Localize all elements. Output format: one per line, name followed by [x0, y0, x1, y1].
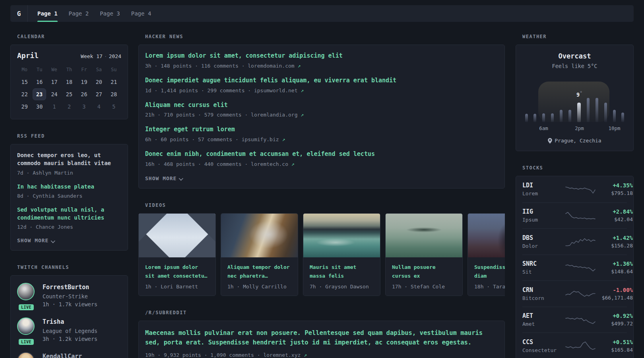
weather-bar — [621, 113, 624, 122]
video-card[interactable]: Nullam posuere cursus ex 17h · Stefan Co… — [385, 213, 463, 296]
rss-item-link[interactable]: Sed volutpat nulla nisl, a condimentum n… — [17, 206, 120, 222]
hn-show-more-button[interactable]: SHOW MORE — [145, 175, 183, 181]
video-thumbnail — [468, 214, 505, 257]
tab-label: Page 2 — [69, 10, 89, 17]
video-card[interactable]: Aliquam tempor dolor nec pharetra… 1h · … — [221, 213, 298, 296]
rss-item-link[interactable]: In hac habitasse platea — [17, 183, 120, 191]
tab-page-4[interactable]: Page 4 — [126, 5, 157, 22]
left-column: CALENDAR April Week 17·2024 Mo Tu We Th … — [10, 22, 128, 358]
video-title-link[interactable]: Lorem ipsum dolor sit amet consectetu… — [139, 257, 215, 280]
channel-game: Counter-Strike — [43, 293, 97, 300]
stock-change-pct: +1.36% — [596, 261, 633, 267]
subreddit-widget-title: /R/SUBREDDIT — [145, 310, 505, 315]
channel-viewers: 1h · 1.7k viewers — [43, 301, 97, 307]
weekday-label: Th — [62, 65, 76, 74]
rss-card: Donec tempor eros leo, ut commodo mauris… — [10, 144, 128, 251]
weather-bar — [560, 110, 563, 122]
stock-row[interactable]: SNRCSit +1.36%$148.64 — [522, 255, 627, 281]
rss-item-link[interactable]: Donec tempor eros leo, ut commodo mauris… — [17, 151, 120, 167]
hn-item-link[interactable]: Aliquam nec cursus elit — [145, 101, 498, 110]
reddit-post-meta: 19h · 9,932 points · 1,090 comments · lo… — [145, 352, 498, 358]
weather-bar — [542, 113, 545, 122]
stock-row[interactable]: DBSDolor +1.42%$156.28 — [522, 228, 627, 255]
stock-ticker: DBS — [522, 234, 564, 241]
stocks-widget: STOCKS LDILorem +4.35%$795.18 IIGIpsum +… — [516, 165, 634, 358]
hn-item-meta: 6h · 60 points · 57 comments · ipsumify.… — [145, 136, 498, 142]
hn-item-meta: 1d · 1,414 points · 299 comments · ipsum… — [145, 88, 498, 93]
video-title-link[interactable]: Mauris sit amet massa felis — [303, 257, 380, 280]
twitch-channel[interactable]: LIVE Trisha League of Legends 3h · 1.2k … — [17, 317, 121, 342]
tab-page-3[interactable]: Page 3 — [94, 5, 126, 22]
video-title-link[interactable]: Suspendisse diam — [468, 257, 505, 280]
stock-row[interactable]: LDILorem +4.35%$795.18 — [522, 176, 627, 202]
twitch-channel[interactable]: KendallCarr — [17, 352, 121, 358]
weather-hourly-chart: 9° — [525, 86, 625, 122]
weekday-label: Fr — [77, 65, 91, 74]
calendar-day-selected: 23 — [32, 88, 47, 100]
tab-label: Page 1 — [37, 10, 58, 17]
video-card[interactable]: Suspendisse diam 18h · Tara — [467, 213, 505, 296]
hn-item-link[interactable]: Donec imperdiet augue tincidunt felis al… — [145, 76, 498, 85]
rss-show-more-button[interactable]: SHOW MORE — [17, 237, 55, 243]
stock-change-pct: +0.51% — [596, 339, 633, 345]
stock-name: Consectetur — [522, 347, 564, 353]
calendar-week-year: Week 17·2024 — [81, 53, 121, 59]
video-thumbnail — [221, 214, 298, 257]
hn-item-link[interactable]: Donec enim nibh, condimentum et accumsan… — [145, 150, 498, 159]
weekday-label: Tu — [32, 65, 47, 74]
hn-item-link[interactable]: Lorem ipsum dolor sit amet, consectetur … — [145, 52, 498, 60]
calendar-day: 25 — [62, 88, 76, 100]
weather-bar — [577, 103, 581, 122]
rss-widget-title: RSS FEED — [17, 133, 128, 139]
stock-name: Sit — [522, 269, 564, 275]
rss-item: Sed volutpat nulla nisl, a condimentum n… — [17, 206, 121, 230]
video-card[interactable]: Lorem ipsum dolor sit amet consectetu… 1… — [138, 213, 216, 296]
tab-page-1[interactable]: Page 1 — [32, 5, 63, 22]
right-column: WEATHER Overcast Feels like 5°C 9° 6am 2… — [516, 22, 634, 358]
weather-bars — [525, 86, 625, 122]
hn-item-link[interactable]: Integer eget rutrum lorem — [145, 125, 498, 134]
subreddit-widget: /R/SUBREDDIT Maecenas mollis pulvinar er… — [138, 310, 505, 358]
video-meta: 1h · Lori Barnett — [139, 280, 215, 296]
stock-ticker: LDI — [522, 182, 564, 189]
weather-location: Prague, Czechia — [522, 138, 627, 144]
video-card[interactable]: Mauris sit amet massa felis 7h · Grayson… — [303, 213, 380, 296]
calendar-day: 28 — [107, 88, 121, 100]
videos-widget: VIDEOS Lorem ipsum dolor sit amet consec… — [138, 202, 505, 296]
external-link-icon: ↗ — [298, 63, 301, 69]
weekday-label: Sa — [91, 65, 106, 74]
reddit-post-link[interactable]: Maecenas mollis pulvinar erat non posuer… — [145, 328, 498, 347]
stock-change-pct: -1.00% — [596, 287, 633, 293]
tab-page-2[interactable]: Page 2 — [63, 5, 95, 22]
active-tab-underline — [37, 21, 58, 22]
stock-change-pct: +1.42% — [596, 235, 633, 241]
calendar-day: 18 — [62, 76, 76, 88]
video-title-link[interactable]: Nullam posuere cursus ex — [386, 257, 462, 280]
calendar-day: 26 — [77, 88, 91, 100]
video-title-link[interactable]: Aliquam tempor dolor nec pharetra… — [221, 257, 298, 280]
stock-change-pct: +4.35% — [596, 182, 633, 189]
current-temp-label: 9° — [576, 90, 582, 98]
stock-ticker: SNRC — [522, 260, 564, 267]
external-link-icon: ↗ — [301, 112, 304, 118]
external-link-icon: ↗ — [304, 352, 307, 358]
hour-axis: 6am 2pm 10pm — [525, 125, 625, 131]
rss-item-meta: 8d · Cynthia Saunders — [17, 193, 121, 199]
rss-item-meta: 12d · Chance Jones — [17, 224, 121, 230]
stock-row[interactable]: CRNBitcorn -1.00%$66,171.48 — [522, 280, 627, 307]
stock-price: $165.84 — [596, 347, 633, 353]
weather-bar — [596, 98, 598, 122]
stock-row[interactable]: IIGIpsum +2.84%$42.04 — [522, 202, 627, 229]
stock-row[interactable]: CCSConsectetur +0.51%$165.84 — [522, 333, 627, 358]
tab-label: Page 4 — [131, 10, 151, 17]
calendar-day-other-month: 1 — [47, 101, 62, 113]
weather-widget: WEATHER Overcast Feels like 5°C 9° 6am 2… — [516, 34, 634, 151]
video-meta: 7h · Grayson Dawson — [303, 280, 380, 296]
hacker-news-card: Lorem ipsum dolor sit amet, consectetur … — [138, 45, 505, 189]
calendar-day: 21 — [107, 76, 121, 88]
twitch-channel[interactable]: LIVE ForrestBurton Counter-Strike 1h · 1… — [17, 283, 121, 307]
stock-row[interactable]: AETAmet +0.92%$499.72 — [522, 307, 627, 333]
hn-item-meta: 21h · 710 points · 579 comments · loreml… — [145, 112, 498, 118]
weather-location-text: Prague, Czechia — [555, 138, 601, 144]
subreddit-card: Maecenas mollis pulvinar erat non posuer… — [138, 321, 505, 358]
